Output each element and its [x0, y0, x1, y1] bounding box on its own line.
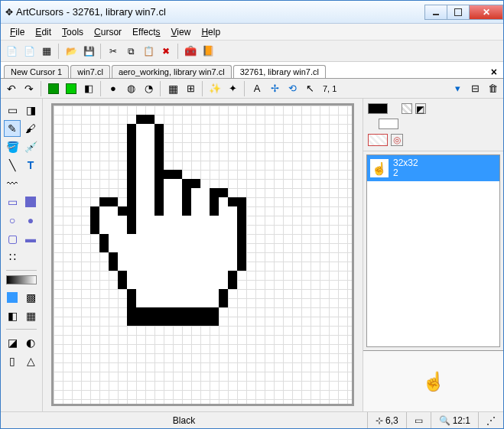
size-down-button[interactable]: ▾ — [450, 81, 465, 96]
curve-tool[interactable]: 〰 — [4, 175, 21, 192]
menu-file[interactable]: File — [5, 25, 29, 39]
inverse-swatch[interactable]: ◩ — [415, 103, 426, 114]
zoom-icon: 🔍 — [439, 415, 450, 426]
delete-button[interactable] — [158, 44, 174, 59]
menu-view[interactable]: View — [167, 25, 196, 39]
wand-button[interactable]: ✨ — [207, 81, 223, 96]
grad-mode[interactable]: ◧ — [4, 307, 21, 324]
new-lib-button[interactable] — [21, 44, 37, 59]
main-toolbar: ▦ 🧰 📙 — [1, 41, 503, 62]
main-area: ▭ ◨ ✎ 🖌 🪣 💉 ╲ T 〰 ▭ ○ ● ▢ ▬ ∷ — [1, 99, 503, 411]
ellipse-tool[interactable]: ○ — [4, 212, 21, 229]
gradient-preview[interactable] — [6, 275, 37, 284]
rotate-button[interactable]: ⟲ — [285, 81, 300, 96]
redo-button[interactable] — [21, 81, 37, 96]
tool-palette: ▭ ◨ ✎ 🖌 🪣 💉 ╲ T 〰 ▭ ○ ● ▢ ▬ ∷ — [1, 99, 43, 411]
fill-tool[interactable]: 🪣 — [4, 138, 21, 155]
color-swatch-pair[interactable] — [368, 103, 398, 129]
thumb-icon: ☝ — [370, 159, 389, 177]
text-preview-button[interactable]: A — [249, 81, 265, 96]
move-button[interactable]: ✢ — [267, 81, 282, 96]
3d-cube-tool[interactable]: ◪ — [4, 334, 21, 351]
image-list-item[interactable]: ☝ 32x32 2 — [367, 155, 499, 181]
editor-toolbar: ◧ ● ◍ ◔ ⊞ ✨ ✦ A ✢ ⟲ ↖ 7, 1 ▾ ⊟ 🗑 — [1, 79, 503, 99]
3d-sphere-tool[interactable]: ◐ — [22, 334, 39, 351]
app-icon: ✥ — [5, 7, 13, 18]
text-tool[interactable]: T — [22, 157, 39, 174]
close-tab-icon[interactable]: × — [491, 66, 497, 78]
crosshair-icon: ⊹ — [376, 415, 383, 426]
tab-3[interactable]: 32761, library win7.cl — [233, 65, 326, 78]
rect-tool[interactable]: ▭ — [4, 193, 21, 210]
target-swatch[interactable]: ◎ — [391, 134, 403, 146]
pencil-tool[interactable]: ✎ — [4, 120, 21, 137]
cut-button[interactable] — [106, 44, 121, 59]
grid-button[interactable] — [165, 81, 180, 96]
menu-effects[interactable]: Effects — [128, 25, 164, 39]
titlebar[interactable]: ✥ ArtCursors - 32761, library win7.cl — [1, 1, 503, 24]
help-button[interactable]: 🧰 — [183, 44, 198, 59]
new-cursor-button[interactable]: ▦ — [39, 44, 54, 59]
next-frame-button[interactable]: 🗑 — [485, 81, 500, 96]
tab-2[interactable]: aero_working, library win7.cl — [112, 65, 232, 78]
sphere-button[interactable]: ● — [106, 81, 121, 96]
item-colors: 2 — [393, 168, 418, 178]
sel-trans-swatch[interactable] — [368, 134, 388, 146]
menu-tools[interactable]: Tools — [57, 25, 88, 39]
blank2-tool[interactable] — [22, 249, 39, 265]
3d-cone-tool[interactable]: △ — [22, 353, 39, 369]
foreground-swatch[interactable] — [368, 103, 388, 114]
tab-1[interactable]: win7.cl — [70, 65, 110, 78]
menu-edit[interactable]: Edit — [31, 25, 56, 39]
right-panel: ◩ ◎ ☝ 32x32 2 ☝ — [363, 99, 503, 411]
pixel-canvas[interactable] — [51, 103, 354, 406]
fillellipse-tool[interactable]: ● — [22, 212, 39, 229]
background-swatch[interactable] — [379, 119, 398, 129]
menu-help[interactable]: Help — [197, 25, 225, 39]
grid2-button[interactable]: ⊞ — [183, 81, 198, 96]
ring-button[interactable]: ◍ — [123, 81, 138, 96]
maximize-button[interactable] — [447, 5, 470, 20]
wand2-button[interactable]: ✦ — [225, 81, 240, 96]
copy-button[interactable] — [123, 44, 138, 59]
save-button[interactable] — [81, 44, 96, 59]
tab-0[interactable]: New Cursor 1 — [4, 65, 69, 78]
about-button[interactable]: 📙 — [200, 44, 216, 59]
transparent-swatch[interactable] — [402, 103, 412, 114]
brush-tool[interactable]: 🖌 — [22, 120, 39, 137]
canvas-area — [43, 99, 363, 411]
3d-cyl-tool[interactable]: ▯ — [4, 353, 21, 369]
dither-mode[interactable]: ▩ — [22, 289, 39, 306]
select-rect-tool[interactable]: ▭ — [4, 102, 21, 119]
close-button[interactable] — [469, 5, 503, 20]
pattern-mode[interactable]: ▦ — [22, 307, 39, 324]
preview-pane: ☝ — [363, 350, 503, 411]
app-window: ✥ ArtCursors - 32761, library win7.cl Fi… — [0, 0, 504, 429]
line-tool[interactable]: ╲ — [4, 157, 21, 174]
undo-button[interactable] — [4, 81, 19, 96]
eraser-tool[interactable]: ◨ — [22, 102, 39, 119]
status-grip[interactable]: ⋰ — [478, 412, 503, 428]
minimize-button[interactable] — [424, 5, 447, 20]
statusbar: Black ⊹6,3 ▭ 🔍12:1 ⋰ — [1, 411, 503, 428]
selection-icon: ▭ — [415, 415, 423, 426]
solid-mode[interactable] — [4, 289, 21, 306]
drop-button[interactable]: ◔ — [141, 81, 156, 96]
open-button[interactable] — [63, 44, 79, 59]
bg-swap-button[interactable] — [63, 81, 79, 96]
prev-frame-button[interactable]: ⊟ — [467, 81, 483, 96]
fg-swap-button[interactable] — [46, 81, 61, 96]
hotspot-button[interactable]: ↖ — [302, 81, 317, 96]
roundrect-tool[interactable]: ▢ — [4, 230, 21, 247]
fillroundrect-tool[interactable]: ▬ — [22, 230, 39, 247]
cube-button[interactable]: ◧ — [81, 81, 96, 96]
paste-button[interactable] — [141, 44, 156, 59]
blank1-tool[interactable] — [22, 175, 39, 192]
menu-cursor[interactable]: Cursor — [89, 25, 126, 39]
hotspot-coords: 7, 1 — [320, 84, 340, 93]
picker-tool[interactable]: 💉 — [22, 138, 39, 155]
new-button[interactable] — [4, 44, 19, 59]
image-list[interactable]: ☝ 32x32 2 — [366, 154, 500, 347]
fillrect-tool[interactable] — [22, 193, 39, 210]
spray-tool[interactable]: ∷ — [4, 249, 21, 265]
